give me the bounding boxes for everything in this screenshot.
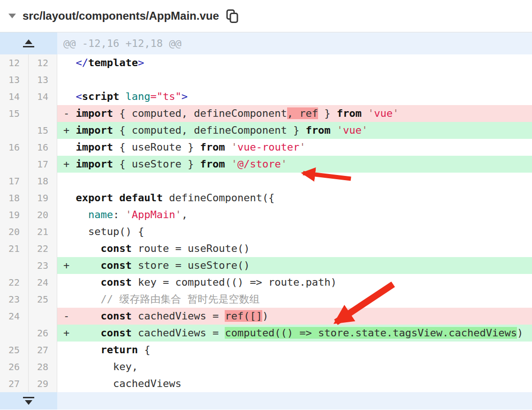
diff-row: 1414 <script lang="ts"> [0, 88, 532, 105]
hunk-header-text: @@ -12,16 +12,18 @@ [57, 32, 532, 54]
old-line-number[interactable]: 21 [0, 240, 29, 257]
new-line-number[interactable]: 25 [29, 291, 57, 308]
code-line: + import { useStore } from '@/store' [57, 156, 532, 173]
diff-row: 23+ const store = useStore() [0, 257, 532, 274]
code-line [57, 71, 532, 88]
new-line-number[interactable]: 28 [29, 358, 57, 375]
expand-row [0, 392, 532, 410]
diff-row: 17+ import { useStore } from '@/store' [0, 156, 532, 173]
code-line: setup() { [57, 223, 532, 240]
new-line-number[interactable]: 19 [29, 190, 57, 206]
diff-row: 24- const cachedViews = ref([]) [0, 308, 532, 325]
code-line [57, 173, 532, 190]
diff-row: 15+ import { computed, defineComponent }… [0, 122, 532, 139]
new-line-number[interactable]: 12 [29, 54, 57, 71]
diff-row: 2325 // 缓存路由集合 暂时先是空数组 [0, 291, 532, 308]
new-line-number[interactable]: 27 [29, 342, 57, 358]
code-line: </template> [57, 54, 532, 71]
new-line-number[interactable]: 23 [29, 257, 57, 274]
old-line-number[interactable]: 17 [0, 173, 29, 190]
new-line-number[interactable]: 18 [29, 173, 57, 190]
diff-view: @@ -12,16 +12,18 @@1212 </template>13131… [0, 32, 532, 410]
old-line-number[interactable]: 26 [0, 358, 29, 375]
code-line: const key = computed(() => route.path) [57, 274, 532, 291]
old-line-number[interactable]: 14 [0, 88, 29, 105]
old-line-number[interactable]: 18 [0, 190, 29, 206]
code-line: - const cachedViews = ref([]) [57, 308, 532, 325]
new-line-number[interactable] [29, 308, 57, 325]
new-line-number[interactable] [29, 105, 57, 122]
code-line: const route = useRoute() [57, 240, 532, 257]
expand-up-button[interactable] [20, 38, 37, 49]
diff-row: 2527 return { [0, 342, 532, 358]
diff-row: 2729 cachedViews [0, 375, 532, 392]
old-line-number[interactable]: 15 [0, 105, 29, 122]
old-line-number[interactable]: 12 [0, 54, 29, 71]
code-line: - import { computed, defineComponent, re… [57, 105, 532, 122]
old-line-number[interactable]: 20 [0, 223, 29, 240]
old-line-number[interactable]: 27 [0, 375, 29, 392]
code-line: export default defineComponent({ [57, 190, 532, 206]
old-line-number[interactable] [0, 325, 29, 342]
new-line-number[interactable]: 29 [29, 375, 57, 392]
expand-gutter [0, 392, 57, 410]
diff-row: 2224 const key = computed(() => route.pa… [0, 274, 532, 291]
copy-icon [226, 9, 239, 23]
new-line-number[interactable]: 16 [29, 139, 57, 156]
copy-path-button[interactable] [226, 9, 239, 23]
code-line: import { useRoute } from 'vue-router' [57, 139, 532, 156]
diff-row: 1212 </template> [0, 54, 532, 71]
new-line-number[interactable]: 21 [29, 223, 57, 240]
code-line: + import { computed, defineComponent } f… [57, 122, 532, 139]
old-line-number[interactable]: 23 [0, 291, 29, 308]
old-line-number[interactable] [0, 156, 29, 173]
code-line: cachedViews [57, 375, 532, 392]
expand-down-icon [25, 400, 32, 405]
diff-row: 2122 const route = useRoute() [0, 240, 532, 257]
code-line: + const cachedViews = computed(() => sto… [57, 325, 532, 342]
new-line-number[interactable]: 22 [29, 240, 57, 257]
expand-bar [23, 46, 34, 47]
expand-gutter [0, 32, 57, 54]
new-line-number[interactable]: 20 [29, 206, 57, 223]
new-line-number[interactable]: 15 [29, 122, 57, 139]
old-line-number[interactable]: 19 [0, 206, 29, 223]
file-path: src/layout/components/AppMain.vue [23, 9, 219, 23]
diff-row: 2021 setup() { [0, 223, 532, 240]
code-line: name: 'AppMain', [57, 206, 532, 223]
diff-row: 26+ const cachedViews = computed(() => s… [0, 325, 532, 342]
old-line-number[interactable]: 25 [0, 342, 29, 358]
code-line: key, [57, 358, 532, 375]
expand-up-icon [25, 39, 32, 44]
hunk-row: @@ -12,16 +12,18 @@ [0, 32, 532, 54]
new-line-number[interactable]: 13 [29, 71, 57, 88]
hunk-header-text [57, 392, 532, 410]
code-line: <script lang="ts"> [57, 88, 532, 105]
new-line-number[interactable]: 26 [29, 325, 57, 342]
expand-bar [23, 397, 34, 398]
old-line-number[interactable]: 16 [0, 139, 29, 156]
new-line-number[interactable]: 14 [29, 88, 57, 105]
code-line: return { [57, 342, 532, 358]
old-line-number[interactable]: 13 [0, 71, 29, 88]
diff-row: 1920 name: 'AppMain', [0, 206, 532, 223]
expand-down-button[interactable] [20, 395, 37, 407]
diff-row: 1616 import { useRoute } from 'vue-route… [0, 139, 532, 156]
diff-row: 1718 [0, 173, 532, 190]
diff-row: 15- import { computed, defineComponent, … [0, 105, 532, 122]
old-line-number[interactable] [0, 257, 29, 274]
chevron-down-icon[interactable] [8, 14, 16, 18]
diff-row: 1313 [0, 71, 532, 88]
new-line-number[interactable]: 24 [29, 274, 57, 291]
diff-row: 1819 export default defineComponent({ [0, 190, 532, 206]
code-line: + const store = useStore() [57, 257, 532, 274]
diff-row: 2628 key, [0, 358, 532, 375]
old-line-number[interactable]: 24 [0, 308, 29, 325]
new-line-number[interactable]: 17 [29, 156, 57, 173]
file-header: src/layout/components/AppMain.vue [0, 0, 532, 32]
old-line-number[interactable] [0, 122, 29, 139]
old-line-number[interactable]: 22 [0, 274, 29, 291]
code-line: // 缓存路由集合 暂时先是空数组 [57, 291, 532, 308]
